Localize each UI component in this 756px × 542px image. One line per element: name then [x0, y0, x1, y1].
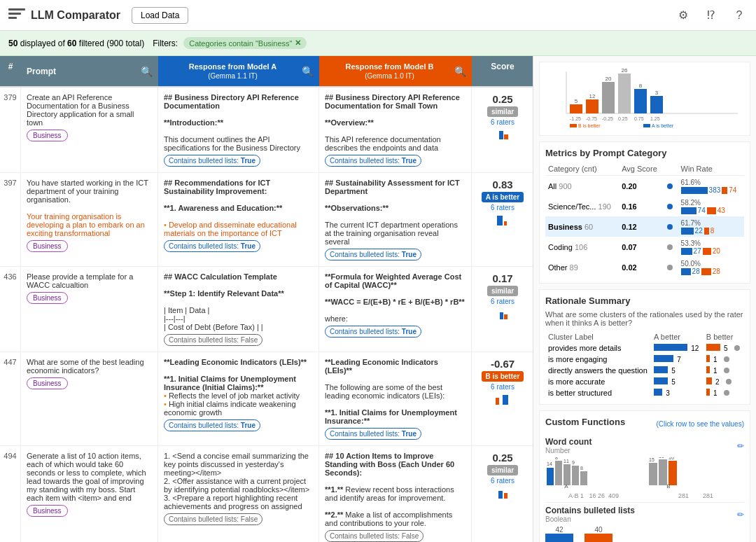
row-prompt: Generate a list of 10 action items, each…: [21, 446, 158, 542]
svg-rect-0: [499, 131, 503, 139]
raters-link[interactable]: 6 raters: [477, 298, 528, 305]
svg-rect-6: [496, 398, 499, 405]
logo-icon: [8, 8, 25, 22]
func-bulleted-lists[interactable]: Contains bulleted lists Boolean ✏ 42 A 4…: [545, 503, 744, 542]
col-header-num: #: [0, 56, 21, 86]
score-badge: similar: [487, 286, 518, 296]
contains-tag-a: Contains bulleted lists: True: [164, 419, 260, 431]
row-num: 447: [0, 352, 21, 445]
raters-link[interactable]: 6 raters: [477, 383, 528, 391]
contains-tag-a: Contains bulleted lists: False: [164, 513, 262, 525]
row-prompt: You have started working in the ICT depa…: [21, 173, 158, 266]
modelb-search-icon[interactable]: 🔍: [454, 66, 466, 77]
rationale-row[interactable]: provides more details 12 5: [545, 342, 744, 354]
mini-chart: [489, 392, 517, 406]
metrics-row[interactable]: Coding 106 0.07 53.3% 27 20: [545, 237, 744, 257]
rationale-desc: What are some clusters of the rationales…: [545, 310, 744, 327]
svg-rect-9: [504, 493, 507, 499]
row-response-a: ## WACC Calculation Template**Step 1: Id…: [158, 267, 319, 352]
custom-functions-header: Custom Functions (Click row to see the v…: [545, 417, 744, 431]
svg-text:-1.25: -1.25: [570, 116, 581, 121]
help-icon[interactable]: ?: [731, 7, 748, 24]
func-type: Number: [545, 447, 592, 454]
prompt-search-icon[interactable]: 🔍: [141, 66, 153, 77]
func-edit-icon[interactable]: ✏: [737, 441, 744, 451]
col-wr: Win Rate: [678, 162, 744, 176]
col-b-better: B better: [704, 331, 744, 342]
row-num: 379: [0, 88, 21, 172]
metrics-row[interactable]: Science/Tec... 190 0.16 58.2% 74 43: [545, 196, 744, 216]
svg-rect-37: [572, 466, 579, 485]
histogram-chart: 5 12 20 26 8 3 -1.25 -0.75 -0.25 0.25 0.…: [545, 68, 741, 127]
func-name: Word count: [545, 437, 592, 447]
metrics-table: Category (cnt) Avg Score Win Rate All 90…: [545, 162, 744, 277]
raters-link[interactable]: 6 raters: [477, 204, 528, 211]
word-count-chart-a: 14 8 11 9 8 A: [545, 457, 629, 489]
svg-text:16: 16: [659, 457, 664, 459]
table-row[interactable]: 447 What are some of the best leading ec…: [0, 352, 533, 446]
table-header: # Prompt 🔍 Response from Model A (Gemma …: [0, 56, 533, 88]
histogram-area: 5 12 20 26 8 3 -1.25 -0.75 -0.25 0.25 0.…: [539, 62, 750, 136]
row-num: 436: [0, 267, 21, 352]
mini-chart: [489, 213, 517, 227]
metrics-row[interactable]: Business 60 0.12 61.7% 22 8: [545, 216, 744, 237]
table-row[interactable]: 379 Create an API Reference Documentatio…: [0, 88, 533, 173]
table-row[interactable]: 494 Generate a list of 10 action items, …: [0, 446, 533, 542]
modela-search-icon[interactable]: 🔍: [302, 66, 314, 77]
svg-text:3: 3: [655, 90, 659, 96]
svg-rect-13: [586, 99, 598, 113]
score-badge: similar: [487, 465, 518, 475]
row-prompt: Please provide a template for a WACC cal…: [21, 267, 158, 352]
rationale-row[interactable]: directly answers the question 5 1: [545, 365, 744, 376]
svg-text:11: 11: [564, 459, 569, 464]
model-b-label: Response from Model B: [325, 62, 454, 71]
svg-text:B: B: [666, 483, 670, 489]
svg-rect-15: [618, 74, 631, 113]
app-logo: LLM Comparator: [8, 8, 120, 22]
right-panel: 5 12 20 26 8 3 -1.25 -0.75 -0.25 0.25 0.…: [533, 56, 756, 542]
row-score: 0.25 similar 6 raters: [472, 88, 533, 172]
metrics-row[interactable]: All 900 0.20 61.6% 383 74: [545, 176, 744, 197]
filters-label: Filters:: [153, 39, 178, 48]
category-tag: Business: [27, 240, 68, 252]
col-header-score: Score: [472, 56, 533, 86]
svg-text:14: 14: [547, 461, 552, 466]
svg-rect-32: [643, 124, 650, 127]
filter-chip-close[interactable]: ✕: [295, 39, 301, 48]
settings-icon[interactable]: ⚙: [675, 7, 692, 24]
rationale-row[interactable]: is more accurate 5 2: [545, 376, 744, 387]
info-icon[interactable]: ⁉: [703, 7, 720, 24]
metrics-row[interactable]: Other 89 0.02 50.0% 28 28: [545, 257, 744, 277]
func-edit-icon[interactable]: ✏: [737, 510, 744, 520]
prompt-label: Prompt: [27, 67, 56, 76]
model-a-label: Response from Model A: [164, 62, 302, 71]
svg-rect-38: [580, 471, 587, 485]
table-row[interactable]: 436 Please provide a template for a WACC…: [0, 267, 533, 352]
svg-text:12: 12: [589, 93, 596, 99]
svg-text:A: A: [564, 483, 568, 489]
category-tag: Business: [27, 377, 68, 389]
row-response-b: ## Sustainability Assessment for ICT Dep…: [319, 173, 472, 266]
row-response-b: **Formula for Weighted Average Cost of C…: [319, 267, 472, 352]
filter-chip[interactable]: Categories contain "Business" ✕: [183, 37, 307, 49]
col-avg: Avg Score: [619, 162, 663, 176]
svg-text:8: 8: [639, 83, 643, 89]
display-count: 50 displayed of 60 filtered (900 total): [8, 39, 144, 48]
row-score: 0.83 A is better 6 raters: [472, 173, 533, 266]
rationale-table: Cluster Label A better B better provides…: [545, 331, 744, 398]
col-header-model-b: Response from Model B (Gemma 1.0 IT) 🔍: [319, 56, 472, 86]
row-score: 0.17 similar 6 raters: [472, 267, 533, 352]
svg-text:0.25: 0.25: [618, 116, 628, 121]
word-count-chart-b: 15 16 16 B: [648, 457, 732, 489]
raters-link[interactable]: 6 raters: [477, 118, 528, 126]
rationale-row[interactable]: is better structured 3 1: [545, 387, 744, 398]
func-word-count[interactable]: Word count Number ✏ 1: [545, 434, 744, 503]
col-a-better: A better: [651, 331, 704, 342]
rationale-row[interactable]: is more engaging 7 1: [545, 354, 744, 365]
svg-rect-7: [503, 395, 508, 405]
rationale-section: Rationale Summary What are some clusters…: [539, 289, 750, 405]
model-b-sub: (Gemma 1.0 IT): [325, 71, 454, 81]
load-data-button[interactable]: Load Data: [132, 7, 188, 24]
raters-link[interactable]: 6 raters: [477, 477, 528, 485]
table-row[interactable]: 397 You have started working in the ICT …: [0, 173, 533, 267]
